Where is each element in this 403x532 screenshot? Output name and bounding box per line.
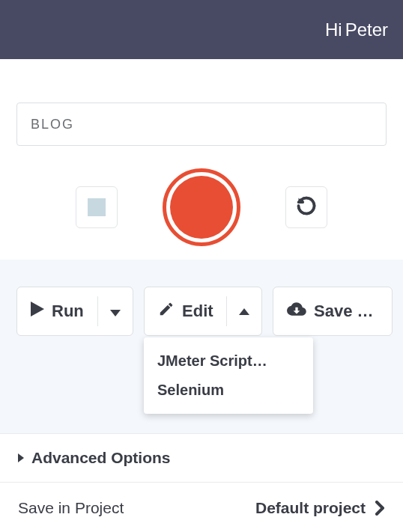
pencil-icon <box>158 301 175 322</box>
run-label: Run <box>52 302 84 321</box>
dropdown-caret-up-icon[interactable] <box>239 308 249 315</box>
run-button[interactable]: Run <box>16 287 133 336</box>
project-value: Default project <box>255 499 366 517</box>
edit-button[interactable]: Edit <box>144 287 262 336</box>
dropdown-caret-icon[interactable] <box>110 310 121 317</box>
edit-menu-item-selenium[interactable]: Selenium <box>144 376 313 405</box>
greeting-text: Hi <box>325 19 342 40</box>
project-row: Save in Project Default project <box>0 483 403 532</box>
advanced-options-label: Advanced Options <box>31 449 171 467</box>
save-label: Save & Run <box>314 302 381 321</box>
app-header: Hi Peter <box>0 0 403 59</box>
stop-button[interactable] <box>76 186 118 228</box>
chevron-right-icon <box>375 501 385 516</box>
caret-right-icon <box>18 453 24 462</box>
stop-icon <box>88 198 106 216</box>
save-in-project-label: Save in Project <box>18 499 124 517</box>
edit-menu-item-jmeter[interactable]: JMeter Script… <box>144 346 313 376</box>
edit-dropdown: JMeter Script… Selenium <box>144 337 313 414</box>
record-button[interactable] <box>163 168 240 246</box>
name-field-wrap <box>0 59 403 146</box>
username-text: Peter <box>345 19 388 40</box>
record-icon <box>170 176 233 239</box>
separator <box>226 296 227 326</box>
play-icon <box>31 302 44 321</box>
svg-marker-0 <box>31 302 44 317</box>
cloud-download-icon <box>287 301 306 322</box>
save-button[interactable]: Save & Run <box>273 287 393 336</box>
project-selector[interactable]: Default project <box>255 499 385 517</box>
separator <box>97 296 98 326</box>
action-bar: Run Edit Save & Run JMeter Script… Selen… <box>0 260 403 433</box>
advanced-options-toggle[interactable]: Advanced Options <box>0 433 403 483</box>
test-name-input[interactable] <box>16 103 387 146</box>
edit-label: Edit <box>182 302 213 321</box>
recorder-controls <box>0 168 403 246</box>
reset-button[interactable] <box>285 186 327 228</box>
undo-icon <box>296 195 317 219</box>
